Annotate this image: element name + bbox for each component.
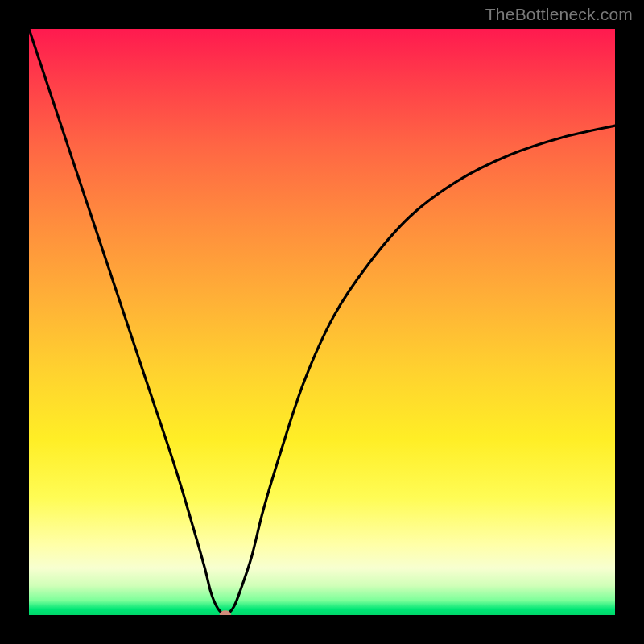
bottleneck-curve xyxy=(29,29,615,614)
bottleneck-chart xyxy=(29,29,615,615)
watermark-text: TheBottleneck.com xyxy=(485,5,633,24)
chart-frame: TheBottleneck.com xyxy=(0,0,644,644)
plot-area xyxy=(29,29,615,615)
